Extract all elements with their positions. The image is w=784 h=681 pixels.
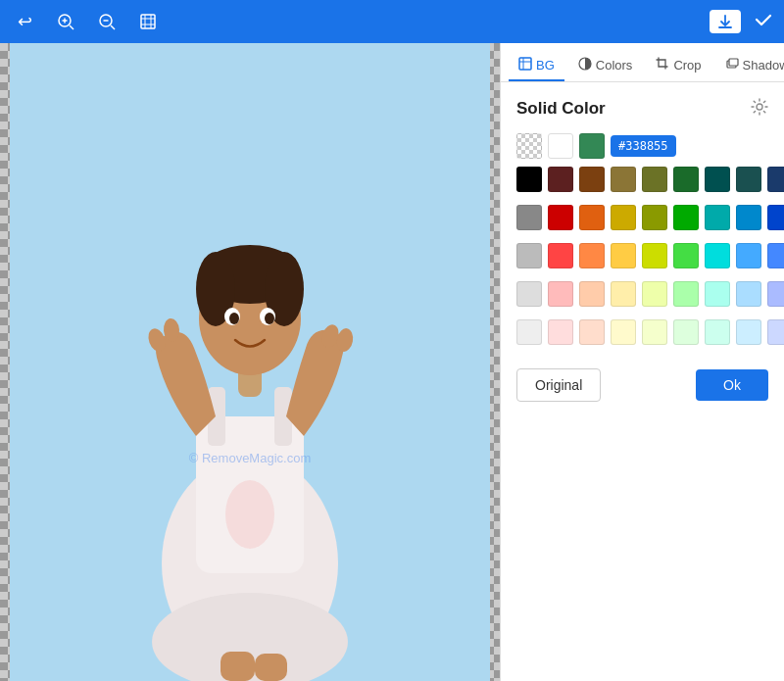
crop-tab-icon [656,57,669,73]
color-swatch[interactable] [767,243,784,268]
selected-color-swatch[interactable] [579,133,605,159]
color-swatch[interactable] [516,205,542,230]
color-swatch[interactable] [516,281,542,307]
white-swatch[interactable] [548,133,573,159]
color-swatch[interactable] [611,167,636,192]
color-swatch[interactable] [642,319,667,345]
original-button[interactable]: Original [516,368,601,402]
color-swatch[interactable] [611,243,636,268]
color-swatch[interactable] [705,243,730,268]
svg-point-40 [757,104,762,110]
color-swatch[interactable] [579,167,605,192]
tab-crop-label: Crop [673,58,701,73]
color-swatch[interactable] [736,205,761,230]
color-swatch[interactable] [736,167,761,192]
top-toolbar: ↩ [0,0,784,43]
bg-tab-icon [518,57,532,73]
color-swatch[interactable] [579,243,605,268]
color-swatch[interactable] [579,319,605,345]
color-swatch[interactable] [673,281,699,307]
color-swatch[interactable] [673,167,699,192]
color-swatch[interactable] [642,167,667,192]
color-swatch[interactable] [642,243,667,268]
swatch-row-3 [516,281,768,307]
color-swatch[interactable] [611,319,636,345]
svg-point-26 [265,313,274,324]
swatch-row-1 [516,205,768,230]
ok-button[interactable]: Ok [696,369,768,401]
zoom-out-button[interactable] [92,7,122,36]
tab-bar: BG Colors Crop [501,43,784,82]
image-container: © RemoveMagic.com [10,43,490,681]
color-swatch[interactable] [767,319,784,345]
color-swatch[interactable] [767,167,784,192]
swatch-row-0 [516,167,768,192]
color-swatch[interactable] [516,243,542,268]
tab-shadows-label: Shadows [743,58,784,73]
buttons-row: Original Ok [516,368,768,402]
color-swatch[interactable] [548,205,573,230]
swatch-row-4 [516,319,768,345]
tab-bg-label: BG [536,58,555,73]
transparent-swatch[interactable] [516,133,542,159]
swatch-row-2 [516,243,768,268]
download-button[interactable] [710,10,741,33]
color-swatch[interactable] [736,281,761,307]
gear-icon[interactable] [751,98,768,120]
section-title: Solid Color [516,99,606,119]
color-swatch[interactable] [642,281,667,307]
tab-shadows[interactable]: Shadows [715,51,784,81]
color-swatch[interactable] [767,281,784,307]
color-swatch[interactable] [516,167,542,192]
svg-rect-32 [255,654,287,681]
panel-content: Solid Color #338855 Origi [501,82,784,681]
svg-rect-34 [519,58,531,70]
svg-line-3 [70,25,74,29]
color-swatch[interactable] [736,319,761,345]
undo-button[interactable]: ↩ [10,7,39,36]
tab-crop[interactable]: Crop [646,51,710,81]
color-swatch[interactable] [642,205,667,230]
color-swatch[interactable] [767,205,784,230]
canvas-area: © RemoveMagic.com [0,43,500,681]
color-swatch[interactable] [705,319,730,345]
tab-bg[interactable]: BG [509,51,564,81]
color-swatch[interactable] [516,319,542,345]
color-swatch[interactable] [548,167,573,192]
color-swatch[interactable] [611,205,636,230]
right-panel: BG Colors Crop [500,43,784,681]
hex-badge: #338855 [611,135,676,157]
swatches-grid [516,167,768,353]
child-figure [98,93,402,681]
tab-colors[interactable]: Colors [568,51,643,81]
main-area: © RemoveMagic.com BG [0,43,784,681]
color-swatch[interactable] [673,205,699,230]
section-header: Solid Color [516,98,768,120]
color-swatch[interactable] [705,167,730,192]
svg-point-25 [229,313,239,324]
color-swatch[interactable] [548,243,573,268]
colors-tab-icon [578,57,592,73]
color-swatch[interactable] [705,281,730,307]
color-swatch[interactable] [579,281,605,307]
svg-rect-7 [141,15,155,28]
color-swatch[interactable] [736,243,761,268]
shadows-tab-icon [725,57,739,73]
confirm-button[interactable] [753,9,774,35]
color-swatch[interactable] [548,281,573,307]
color-swatch[interactable] [548,319,573,345]
color-swatch[interactable] [673,319,699,345]
tab-colors-label: Colors [596,58,633,73]
fit-button[interactable] [133,7,163,36]
svg-line-6 [111,25,115,29]
zoom-in-button[interactable] [51,7,80,36]
svg-rect-31 [220,652,255,681]
color-swatch[interactable] [579,205,605,230]
svg-rect-39 [729,59,738,66]
svg-point-33 [225,480,274,549]
color-swatch[interactable] [673,243,699,268]
color-swatch[interactable] [705,205,730,230]
color-swatch[interactable] [611,281,636,307]
top-color-row: #338855 [516,133,768,159]
